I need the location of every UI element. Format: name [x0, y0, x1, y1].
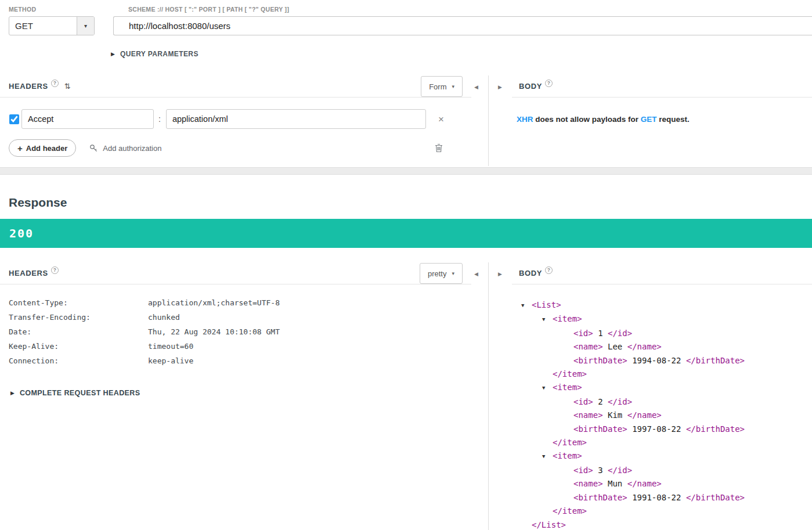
response-header-row: Keep-Alive:timeout=60: [9, 339, 471, 354]
help-icon[interactable]: ?: [545, 266, 553, 274]
xml-tree-line: <name> Lee </name>: [563, 340, 812, 354]
response-header-row: Content-Type:application/xml;charset=UTF…: [9, 295, 471, 310]
response-body-panel: BODY ? ▼<List>▼<item><id> 1 </id><name> …: [505, 262, 812, 530]
response-view-mode-button[interactable]: pretty ▾: [420, 263, 463, 284]
xml-tree-line: <id> 3 </id>: [563, 464, 812, 477]
xml-tag-token: <name>: [573, 479, 603, 488]
headers-view-mode-label: Form: [429, 82, 446, 91]
xml-tag-token: </birthDate>: [686, 356, 745, 365]
request-headers-head: HEADERS ? ⇅ Form ▾: [0, 75, 471, 98]
help-icon[interactable]: ?: [545, 80, 553, 87]
help-icon[interactable]: ?: [51, 80, 59, 87]
method-select[interactable]: GET ▾: [9, 16, 95, 35]
method-label: METHOD: [9, 6, 103, 13]
xhr-link[interactable]: XHR: [517, 115, 533, 124]
add-header-button[interactable]: + Add header: [9, 139, 76, 157]
xml-tag-token: </List>: [532, 520, 566, 529]
xml-tag-token: </id>: [608, 397, 632, 406]
xml-tag-token: <birthDate>: [573, 356, 627, 365]
chevron-right-icon: ▶: [10, 390, 15, 396]
xml-tag-token: <id>: [573, 329, 593, 338]
xml-text-token: Mun: [603, 479, 627, 488]
header-name-input[interactable]: [21, 109, 154, 129]
xml-tree-line: </item>: [542, 436, 812, 449]
xml-tree-line: </List>: [521, 518, 812, 530]
get-link[interactable]: GET: [641, 115, 657, 124]
header-actions-row: + Add header Add authorization: [9, 139, 471, 157]
response-headers-panel: HEADERS ? pretty ▾ Content-Type:applicat…: [0, 262, 471, 530]
xml-tree-line: ▼<item>: [542, 381, 812, 395]
sort-headers-icon[interactable]: ⇅: [64, 82, 71, 91]
headers-title: HEADERS: [9, 82, 48, 91]
request-header-row: : ×: [9, 109, 471, 129]
query-parameters-toggle[interactable]: ▶ QUERY PARAMETERS: [111, 50, 199, 58]
xml-tree-line: <birthDate> 1994-08-22 </birthDate>: [563, 354, 812, 367]
response-header-name: Keep-Alive:: [9, 342, 148, 351]
collapse-right-icon[interactable]: ▶: [498, 271, 502, 277]
xml-tag-token: </name>: [627, 342, 662, 351]
status-code: 200: [9, 226, 34, 240]
method-value: GET: [9, 17, 77, 35]
xml-tag-token: <item>: [553, 314, 582, 323]
xml-tree-line: <birthDate> 1991-08-22 </birthDate>: [563, 491, 812, 504]
section-divider: [0, 167, 812, 175]
headers-view-mode-button[interactable]: Form ▾: [421, 76, 463, 97]
request-line: METHOD GET ▾ SCHEME :// HOST [ ":" PORT …: [0, 0, 812, 35]
url-label: SCHEME :// HOST [ ":" PORT ] [ PATH [ "?…: [128, 6, 812, 13]
tree-collapse-icon[interactable]: ▼: [542, 381, 553, 395]
xml-tag-token: <id>: [573, 466, 593, 475]
header-value-input[interactable]: [166, 109, 426, 129]
xml-tag-token: <id>: [573, 397, 593, 406]
header-enabled-checkbox[interactable]: [9, 114, 19, 124]
tree-collapse-icon[interactable]: ▼: [542, 313, 553, 326]
collapse-right-icon[interactable]: ▶: [498, 84, 502, 90]
method-dropdown-button[interactable]: ▾: [77, 17, 94, 35]
key-icon: [89, 144, 98, 153]
response-body-head: BODY ?: [512, 262, 812, 284]
xml-tag-token: <birthDate>: [573, 493, 627, 502]
collapse-left-icon[interactable]: ◀: [474, 271, 478, 277]
headers-title: HEADERS: [9, 269, 48, 277]
body-message-text: request.: [657, 115, 690, 124]
tree-collapse-icon[interactable]: ▼: [542, 450, 553, 463]
response-header-name: Transfer-Encoding:: [9, 313, 148, 322]
api-tester-page: METHOD GET ▾ SCHEME :// HOST [ ":" PORT …: [0, 0, 812, 530]
xml-text-token: 2: [593, 397, 608, 406]
response-panels: HEADERS ? pretty ▾ Content-Type:applicat…: [0, 262, 812, 530]
request-headers-panel: HEADERS ? ⇅ Form ▾ : × + Add header: [0, 75, 471, 166]
xml-tag-token: </item>: [553, 369, 587, 378]
xml-text-token: Kim: [603, 410, 627, 420]
add-authorization-button[interactable]: Add authorization: [89, 144, 161, 153]
xml-tag-token: <item>: [553, 451, 582, 460]
add-header-label: Add header: [26, 144, 68, 153]
body-message: XHR does not allow payloads for GET requ…: [517, 115, 812, 124]
response-header-value: Thu, 22 Aug 2024 10:10:08 GMT: [148, 327, 280, 336]
xml-tree-line: </item>: [542, 367, 812, 381]
request-body-head: BODY ?: [512, 75, 812, 98]
collapse-left-icon[interactable]: ◀: [474, 84, 478, 90]
xml-tree-line: ▼<item>: [542, 312, 812, 326]
complete-request-headers-label: COMPLETE REQUEST HEADERS: [20, 389, 140, 397]
url-input[interactable]: [113, 16, 812, 35]
help-icon[interactable]: ?: [51, 266, 59, 274]
xml-tree-line: <name> Mun </name>: [563, 477, 812, 491]
plus-icon: +: [17, 143, 23, 153]
response-header-value: application/xml;charset=UTF-8: [148, 298, 280, 307]
response-panel-divider: ◀ ▶: [471, 262, 505, 530]
complete-request-headers-toggle[interactable]: ▶ COMPLETE REQUEST HEADERS: [10, 389, 140, 397]
delete-headers-button[interactable]: [435, 143, 443, 153]
xml-tag-token: </birthDate>: [686, 424, 745, 434]
response-header-value: timeout=60: [148, 342, 193, 351]
response-header-value: keep-alive: [148, 356, 193, 365]
tree-collapse-icon[interactable]: ▼: [521, 299, 532, 312]
colon-separator: :: [158, 114, 161, 124]
remove-header-icon[interactable]: ×: [438, 114, 444, 124]
xml-tag-token: </item>: [553, 438, 587, 447]
xml-tag-token: </item>: [553, 506, 587, 515]
response-header-row: Date:Thu, 22 Aug 2024 10:10:08 GMT: [9, 325, 471, 339]
response-header-row: Connection:keep-alive: [9, 354, 471, 368]
body-message-text: does not allow payloads for: [533, 115, 641, 124]
xml-tag-token: <name>: [573, 410, 603, 420]
xml-tag-token: <item>: [553, 383, 582, 392]
add-authorization-label: Add authorization: [103, 144, 161, 153]
